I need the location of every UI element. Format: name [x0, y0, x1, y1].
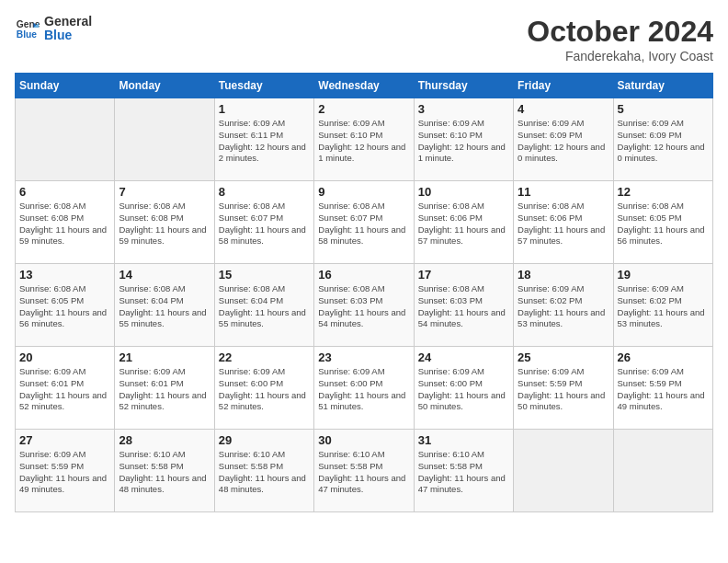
calendar-cell: 20Sunrise: 6:09 AMSunset: 6:01 PMDayligh… [16, 347, 115, 430]
day-number: 23 [318, 350, 409, 364]
day-info: Sunrise: 6:09 AMSunset: 6:01 PMDaylight:… [119, 366, 210, 413]
day-info: Sunrise: 6:09 AMSunset: 6:10 PMDaylight:… [418, 118, 509, 165]
day-number: 8 [219, 185, 310, 199]
week-row-5: 27Sunrise: 6:09 AMSunset: 5:59 PMDayligh… [16, 430, 713, 512]
calendar-cell: 10Sunrise: 6:08 AMSunset: 6:06 PMDayligh… [414, 181, 513, 264]
day-number: 30 [318, 433, 409, 447]
day-number: 9 [318, 185, 409, 199]
day-info: Sunrise: 6:08 AMSunset: 6:04 PMDaylight:… [219, 283, 310, 330]
calendar-cell: 4Sunrise: 6:09 AMSunset: 6:09 PMDaylight… [514, 98, 613, 181]
calendar-cell: 30Sunrise: 6:10 AMSunset: 5:58 PMDayligh… [314, 430, 414, 512]
day-number: 18 [518, 268, 609, 282]
day-info: Sunrise: 6:09 AMSunset: 6:01 PMDaylight:… [19, 366, 110, 413]
calendar-cell: 3Sunrise: 6:09 AMSunset: 6:10 PMDaylight… [414, 98, 513, 181]
calendar-cell: 29Sunrise: 6:10 AMSunset: 5:58 PMDayligh… [214, 430, 313, 512]
calendar-cell: 11Sunrise: 6:08 AMSunset: 6:06 PMDayligh… [514, 181, 613, 264]
day-info: Sunrise: 6:10 AMSunset: 5:58 PMDaylight:… [418, 449, 509, 496]
day-info: Sunrise: 6:09 AMSunset: 6:09 PMDaylight:… [618, 118, 709, 165]
calendar-cell: 8Sunrise: 6:08 AMSunset: 6:07 PMDaylight… [214, 181, 313, 264]
day-number: 20 [19, 350, 110, 364]
day-info: Sunrise: 6:09 AMSunset: 6:11 PMDaylight:… [219, 118, 310, 165]
week-row-2: 6Sunrise: 6:08 AMSunset: 6:08 PMDaylight… [16, 181, 713, 264]
day-number: 7 [119, 185, 210, 199]
day-number: 26 [618, 350, 709, 364]
day-info: Sunrise: 6:09 AMSunset: 6:02 PMDaylight:… [518, 283, 609, 330]
day-number: 13 [19, 268, 110, 282]
logo: General Blue General Blue [15, 15, 92, 43]
logo-blue: Blue [44, 29, 92, 42]
day-info: Sunrise: 6:09 AMSunset: 6:10 PMDaylight:… [318, 118, 409, 165]
calendar-cell: 25Sunrise: 6:09 AMSunset: 5:59 PMDayligh… [514, 347, 613, 430]
day-info: Sunrise: 6:10 AMSunset: 5:58 PMDaylight:… [219, 449, 310, 496]
calendar-cell: 24Sunrise: 6:09 AMSunset: 6:00 PMDayligh… [414, 347, 513, 430]
calendar-cell: 27Sunrise: 6:09 AMSunset: 5:59 PMDayligh… [16, 430, 115, 512]
day-number: 19 [618, 268, 709, 282]
day-number: 3 [418, 102, 509, 116]
weekday-header-tuesday: Tuesday [214, 74, 313, 98]
day-info: Sunrise: 6:09 AMSunset: 5:59 PMDaylight:… [19, 449, 110, 496]
day-info: Sunrise: 6:09 AMSunset: 5:59 PMDaylight:… [518, 366, 609, 413]
day-number: 24 [418, 350, 509, 364]
month-title: October 2024 [527, 15, 713, 49]
day-number: 6 [19, 185, 110, 199]
day-info: Sunrise: 6:08 AMSunset: 6:05 PMDaylight:… [19, 283, 110, 330]
calendar-cell: 26Sunrise: 6:09 AMSunset: 5:59 PMDayligh… [613, 347, 712, 430]
day-number: 27 [19, 433, 110, 447]
calendar-cell [115, 98, 214, 181]
calendar-cell: 19Sunrise: 6:09 AMSunset: 6:02 PMDayligh… [613, 264, 712, 347]
day-info: Sunrise: 6:08 AMSunset: 6:06 PMDaylight:… [518, 201, 609, 247]
calendar-cell: 6Sunrise: 6:08 AMSunset: 6:08 PMDaylight… [16, 181, 115, 264]
calendar-cell: 15Sunrise: 6:08 AMSunset: 6:04 PMDayligh… [214, 264, 313, 347]
day-info: Sunrise: 6:08 AMSunset: 6:03 PMDaylight:… [318, 283, 409, 330]
calendar-cell: 14Sunrise: 6:08 AMSunset: 6:04 PMDayligh… [115, 264, 214, 347]
day-info: Sunrise: 6:09 AMSunset: 6:09 PMDaylight:… [518, 118, 609, 165]
day-number: 17 [418, 268, 509, 282]
day-info: Sunrise: 6:09 AMSunset: 6:02 PMDaylight:… [618, 283, 709, 330]
calendar-cell: 31Sunrise: 6:10 AMSunset: 5:58 PMDayligh… [414, 430, 513, 512]
day-number: 14 [119, 268, 210, 282]
calendar-cell: 18Sunrise: 6:09 AMSunset: 6:02 PMDayligh… [514, 264, 613, 347]
day-info: Sunrise: 6:10 AMSunset: 5:58 PMDaylight:… [318, 449, 409, 496]
day-number: 5 [618, 102, 709, 116]
calendar-cell: 21Sunrise: 6:09 AMSunset: 6:01 PMDayligh… [115, 347, 214, 430]
calendar-cell: 7Sunrise: 6:08 AMSunset: 6:08 PMDaylight… [115, 181, 214, 264]
calendar-cell: 13Sunrise: 6:08 AMSunset: 6:05 PMDayligh… [16, 264, 115, 347]
day-info: Sunrise: 6:08 AMSunset: 6:08 PMDaylight:… [19, 201, 110, 247]
calendar-cell [514, 430, 613, 512]
day-number: 10 [418, 185, 509, 199]
week-row-4: 20Sunrise: 6:09 AMSunset: 6:01 PMDayligh… [16, 347, 713, 430]
calendar-cell: 17Sunrise: 6:08 AMSunset: 6:03 PMDayligh… [414, 264, 513, 347]
day-info: Sunrise: 6:10 AMSunset: 5:58 PMDaylight:… [119, 449, 210, 496]
day-number: 21 [119, 350, 210, 364]
title-area: October 2024 Fanderekaha, Ivory Coast [527, 15, 713, 63]
day-info: Sunrise: 6:08 AMSunset: 6:05 PMDaylight:… [618, 201, 709, 247]
calendar-cell: 22Sunrise: 6:09 AMSunset: 6:00 PMDayligh… [214, 347, 313, 430]
calendar-cell: 2Sunrise: 6:09 AMSunset: 6:10 PMDaylight… [314, 98, 414, 181]
day-info: Sunrise: 6:09 AMSunset: 6:00 PMDaylight:… [418, 366, 509, 413]
weekday-header-friday: Friday [514, 74, 613, 98]
day-number: 2 [318, 102, 409, 116]
day-number: 11 [518, 185, 609, 199]
calendar-table: SundayMondayTuesdayWednesdayThursdayFrid… [15, 73, 713, 512]
day-number: 28 [119, 433, 210, 447]
weekday-header-saturday: Saturday [613, 74, 712, 98]
day-number: 1 [219, 102, 310, 116]
weekday-header-wednesday: Wednesday [314, 74, 414, 98]
day-info: Sunrise: 6:08 AMSunset: 6:07 PMDaylight:… [219, 201, 310, 247]
header: General Blue General Blue October 2024 F… [15, 15, 713, 63]
calendar-cell: 9Sunrise: 6:08 AMSunset: 6:07 PMDaylight… [314, 181, 414, 264]
day-info: Sunrise: 6:08 AMSunset: 6:04 PMDaylight:… [119, 283, 210, 330]
week-row-1: 1Sunrise: 6:09 AMSunset: 6:11 PMDaylight… [16, 98, 713, 181]
day-info: Sunrise: 6:08 AMSunset: 6:08 PMDaylight:… [119, 201, 210, 247]
day-number: 22 [219, 350, 310, 364]
weekday-header-row: SundayMondayTuesdayWednesdayThursdayFrid… [16, 74, 713, 98]
calendar-cell [613, 430, 712, 512]
day-info: Sunrise: 6:08 AMSunset: 6:07 PMDaylight:… [318, 201, 409, 247]
day-info: Sunrise: 6:09 AMSunset: 6:00 PMDaylight:… [219, 366, 310, 413]
logo-general: General [44, 15, 92, 29]
day-number: 16 [318, 268, 409, 282]
day-number: 12 [618, 185, 709, 199]
weekday-header-monday: Monday [115, 74, 214, 98]
day-info: Sunrise: 6:09 AMSunset: 5:59 PMDaylight:… [618, 366, 709, 413]
calendar-cell: 16Sunrise: 6:08 AMSunset: 6:03 PMDayligh… [314, 264, 414, 347]
